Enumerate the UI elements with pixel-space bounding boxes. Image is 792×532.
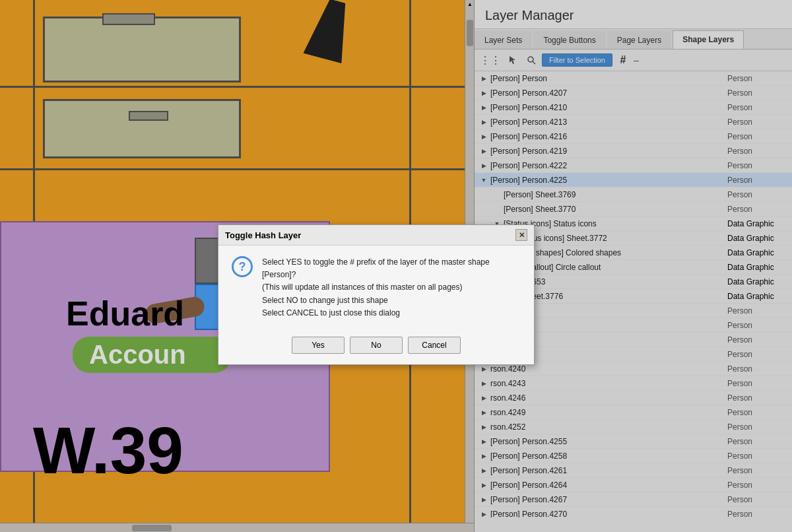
dialog-message: Select YES to toggle the # prefix of the… <box>262 256 490 319</box>
dialog-msg-line2: [Person]? <box>262 269 490 281</box>
cancel-button[interactable]: Cancel <box>408 337 461 354</box>
yes-button[interactable]: Yes <box>292 337 345 354</box>
dialog-box: Toggle Hash Layer ✕ ? Select YES to togg… <box>218 224 535 365</box>
dialog-overlay: Toggle Hash Layer ✕ ? Select YES to togg… <box>0 0 792 532</box>
dialog-msg-line3: (This will update all instances of this … <box>262 281 490 294</box>
dialog-body: ? Select YES to toggle the # prefix of t… <box>218 246 534 330</box>
dialog-msg-line4: Select NO to change just this shape <box>262 294 490 307</box>
dialog-buttons: Yes No Cancel <box>218 330 534 364</box>
dialog-close-button[interactable]: ✕ <box>515 229 527 241</box>
dialog-titlebar: Toggle Hash Layer ✕ <box>218 225 534 246</box>
dialog-msg-line5: Select CANCEL to just close this dialog <box>262 307 490 319</box>
dialog-msg-line1: Select YES to toggle the # prefix of the… <box>262 256 490 269</box>
dialog-title: Toggle Hash Layer <box>225 230 301 240</box>
dialog-question-icon: ? <box>232 256 253 277</box>
no-button[interactable]: No <box>350 337 403 354</box>
